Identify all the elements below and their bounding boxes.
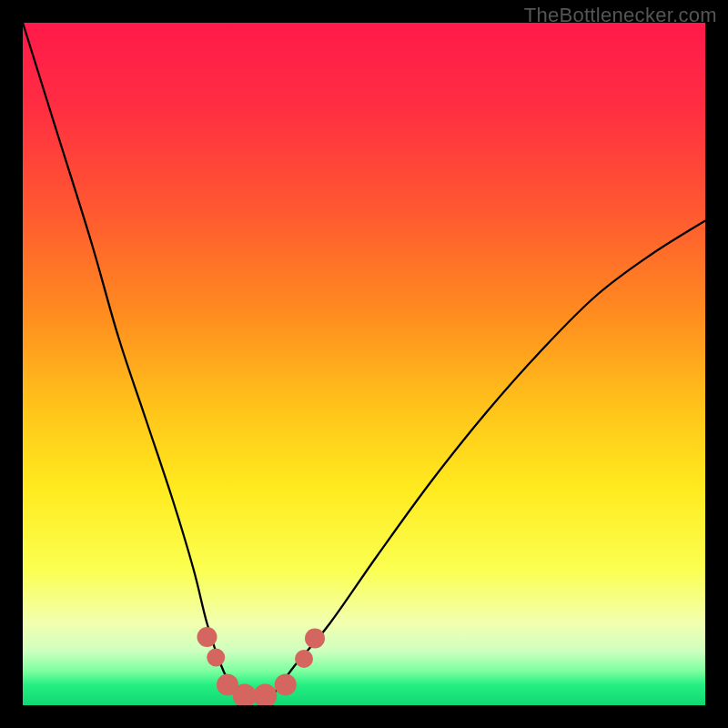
chart-frame xyxy=(23,23,705,705)
watermark-text: TheBottlenecker.com xyxy=(524,4,717,27)
bottleneck-chart xyxy=(23,23,705,705)
data-marker xyxy=(305,629,325,649)
data-marker xyxy=(197,627,217,647)
gradient-bg xyxy=(23,23,705,705)
data-marker xyxy=(207,649,225,667)
data-marker xyxy=(295,650,313,668)
data-marker xyxy=(275,674,297,696)
